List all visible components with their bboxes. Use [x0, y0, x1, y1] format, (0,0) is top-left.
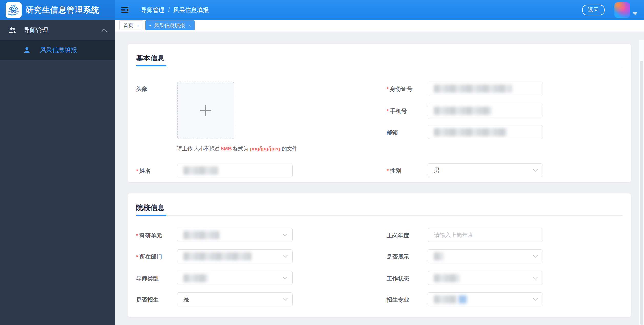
start-year-input[interactable]	[428, 228, 543, 242]
email-input[interactable]	[428, 125, 543, 139]
tab-home[interactable]: 首页 ×	[119, 20, 143, 30]
tab-strip: 首页 × ● 风采信息填报 ×	[115, 20, 644, 32]
basic-info-title: 基本信息	[136, 54, 623, 63]
school-info-form: *科研单元 *所在部门	[136, 228, 623, 306]
science-island-logo-icon: Science Island	[7, 3, 20, 17]
redacted-work-status-value	[434, 274, 460, 282]
required-mark: *	[136, 168, 138, 174]
redacted-type-value	[183, 274, 208, 282]
user-icon	[24, 47, 30, 53]
school-info-card: 院校信息 *科研单元	[128, 193, 631, 317]
display-row: 是否展示	[387, 249, 623, 263]
school-form-right-column: 上岗年度 是否展示	[387, 228, 623, 306]
mentor-type-select[interactable]	[177, 271, 293, 285]
email-row: 邮箱	[387, 125, 623, 139]
id-number-row: *身份证号	[387, 82, 623, 95]
basic-info-header: 基本信息	[136, 44, 623, 66]
hint-formats: png/jpg/jpeg	[250, 146, 280, 151]
school-info-rule	[136, 215, 623, 216]
work-status-label: 工作状态	[387, 271, 428, 285]
phone-row: *手机号	[387, 104, 623, 117]
title-accent-bar	[136, 215, 166, 216]
recruiting-row: 是否招生 是	[136, 292, 387, 306]
major-row: 招生专业	[387, 292, 623, 306]
work-status-row: 工作状态	[387, 271, 623, 285]
hint-size-limit: 5MB	[221, 146, 232, 151]
basic-info-rule	[136, 65, 623, 66]
name-row: *姓名	[136, 164, 387, 177]
gender-value: 男	[434, 166, 440, 174]
required-mark: *	[387, 86, 389, 92]
chevron-down-icon	[532, 254, 538, 258]
name-label: *姓名	[136, 164, 177, 177]
research-unit-label: *科研单元	[136, 228, 177, 242]
research-unit-select[interactable]	[177, 228, 293, 242]
redacted-display-value	[434, 252, 444, 260]
department-row: *所在部门	[136, 249, 387, 263]
breadcrumb-separator: /	[168, 7, 170, 14]
sidebar: 导师管理 风采信息填报	[0, 20, 115, 325]
required-mark: *	[136, 254, 138, 260]
user-avatar[interactable]	[614, 2, 630, 18]
gender-row: *性别 男	[387, 163, 623, 177]
phone-input[interactable]	[428, 104, 543, 117]
redacted-department-value	[183, 252, 251, 260]
start-year-row: 上岗年度	[387, 228, 623, 242]
app-title: 研究生信息管理系统	[26, 5, 99, 15]
chevron-down-icon	[532, 276, 538, 280]
basic-form-right-column: *身份证号 *手机号	[387, 82, 623, 177]
content-scroll-area: 基本信息 头像	[115, 32, 639, 325]
basic-form-left-column: 头像 请上传 大小不超过 5MB 格式为	[136, 82, 387, 177]
avatar-upload-box[interactable]	[177, 82, 234, 139]
major-label: 招生专业	[387, 292, 428, 306]
avatar-row: 头像	[136, 82, 387, 139]
redacted-name-value	[183, 166, 218, 175]
department-select[interactable]	[177, 249, 293, 263]
active-tab-dot-icon: ●	[149, 24, 151, 27]
gender-select[interactable]: 男	[428, 163, 543, 177]
chevron-down-icon	[282, 254, 288, 258]
basic-info-card: 基本信息 头像	[128, 44, 631, 182]
sidebar-group-label: 导师管理	[24, 26, 101, 34]
work-status-select[interactable]	[428, 271, 543, 285]
tab-profile-report[interactable]: ● 风采信息填报 ×	[145, 20, 195, 30]
mentor-type-row: 导师类型	[136, 271, 387, 285]
breadcrumb-mentor-management[interactable]: 导师管理	[141, 6, 164, 14]
tab-home-close-icon[interactable]: ×	[137, 23, 139, 28]
recruiting-value: 是	[183, 296, 189, 303]
back-button[interactable]: 返回	[582, 5, 605, 15]
name-input[interactable]	[177, 164, 293, 177]
tab-profile-report-label: 风采信息填报	[154, 22, 185, 29]
redacted-unit-value	[183, 231, 219, 239]
school-info-title: 院校信息	[136, 203, 623, 212]
tab-home-label: 首页	[123, 22, 133, 29]
plus-icon	[200, 104, 212, 117]
avatar-label: 头像	[136, 82, 177, 139]
research-unit-row: *科研单元	[136, 228, 387, 242]
caret-down-icon[interactable]	[633, 12, 637, 15]
tab-profile-report-close-icon[interactable]: ×	[188, 23, 191, 28]
display-label: 是否展示	[387, 249, 428, 263]
chevron-down-icon	[282, 297, 288, 301]
scrollbar-thumb[interactable]	[640, 61, 643, 325]
recruiting-select[interactable]: 是	[177, 292, 293, 306]
id-number-label: *身份证号	[387, 82, 428, 95]
redacted-major-tag	[459, 295, 467, 303]
chevron-down-icon	[532, 297, 538, 301]
redacted-major-value	[434, 295, 457, 303]
display-select[interactable]	[428, 249, 543, 263]
required-mark: *	[387, 167, 389, 174]
department-label: *所在部门	[136, 249, 177, 263]
hint-text-2: 格式为	[233, 146, 248, 151]
sidebar-item-profile-report[interactable]: 风采信息填报	[0, 40, 115, 60]
required-mark: *	[136, 232, 138, 239]
chevron-down-icon	[282, 233, 288, 237]
id-number-input[interactable]	[428, 82, 543, 95]
menu-fold-icon[interactable]	[120, 5, 130, 15]
breadcrumb: 导师管理 / 风采信息填报	[141, 6, 209, 14]
chevron-down-icon	[282, 276, 288, 280]
upload-hint: 请上传 大小不超过 5MB 格式为 png/jpg/jpeg 的文件	[177, 145, 387, 152]
sidebar-group-mentor-management[interactable]: 导师管理	[0, 20, 115, 40]
major-select[interactable]	[428, 292, 543, 306]
scrollbar-track[interactable]	[639, 40, 644, 325]
